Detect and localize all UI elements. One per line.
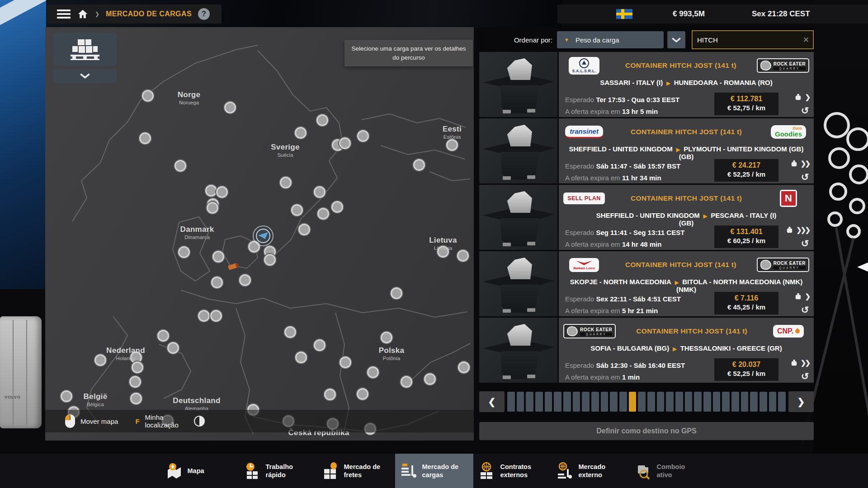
loading-loop-icon: ↻ xyxy=(801,172,809,183)
expected-time: Esperado Sáb 12:30 - Sáb 16:40 EEST xyxy=(565,361,685,369)
next-page-button[interactable]: ❯ xyxy=(788,391,814,412)
page-block[interactable] xyxy=(750,392,758,412)
my-location-key: F xyxy=(135,418,139,425)
cargo-price: € 112.781 xyxy=(714,95,778,103)
page-block[interactable] xyxy=(760,392,767,412)
city-dot xyxy=(357,388,368,400)
page-block[interactable] xyxy=(731,392,739,412)
sender-logo: S.A.L.S.R.L. xyxy=(563,57,605,75)
clear-search-icon[interactable]: ✕ xyxy=(803,35,809,45)
light-ring xyxy=(829,183,847,201)
page-block[interactable] xyxy=(694,392,702,412)
page-block[interactable] xyxy=(601,392,609,412)
city-dot xyxy=(142,90,154,102)
loading-loop-icon: ↻ xyxy=(801,371,809,382)
sort-dropdown[interactable]: ▼ Peso da carga xyxy=(557,31,664,48)
expected-time: Esperado Seg 11:41 - Seg 13:11 CEST xyxy=(565,229,684,236)
receiver-logo: ROCK EATERQUARRY xyxy=(757,58,809,73)
home-icon[interactable] xyxy=(77,8,89,20)
page-block[interactable] xyxy=(535,392,543,412)
game-clock: Sex 21:28 CEST xyxy=(752,5,810,23)
pallet-cargo-icon xyxy=(69,38,101,61)
cargo-weight-icon xyxy=(790,358,798,367)
breadcrumb-arrow-icon: ❯ xyxy=(95,11,99,17)
set-gps-destination-button[interactable]: Definir como destino no GPS xyxy=(479,422,814,440)
city-dot xyxy=(446,139,458,151)
sender-logo: transinet xyxy=(563,126,605,138)
price-per-km: € 52,25 / km xyxy=(714,370,778,377)
page-block[interactable] xyxy=(554,392,561,412)
cargo-offer[interactable]: ROCK EATERQUARRY CONTAINER HITCH JOST (1… xyxy=(479,318,814,383)
page-block[interactable] xyxy=(657,392,665,412)
chevron-down-icon xyxy=(671,38,681,42)
page-block[interactable] xyxy=(703,392,711,412)
cargo-thumbnail xyxy=(479,185,557,250)
price-box: € 131.401 € 60,25 / km xyxy=(714,225,778,248)
page-block[interactable] xyxy=(741,392,749,412)
page-block[interactable] xyxy=(610,392,618,412)
cargo-offer[interactable]: S.A.L.S.R.L. CONTAINER HITCH JOST (141 t… xyxy=(479,52,814,117)
city-dot xyxy=(94,354,106,366)
route-arrow-icon: ▶ xyxy=(673,346,676,352)
nav-item-mercado-externo[interactable]: Mercadoexterno xyxy=(552,454,630,488)
city-dot xyxy=(211,277,223,288)
page-block[interactable] xyxy=(545,392,552,412)
cargo-route: SHEFFIELD - UNITED KINGDOM▶PESCARA - ITA… xyxy=(559,212,814,227)
cargo-offer[interactable]: SELL PLAN CONTAINER HITCH JOST (141 t) N… xyxy=(479,185,814,250)
nav-item-mapa[interactable]: Mapa xyxy=(160,454,239,488)
city-dot xyxy=(207,202,218,214)
page-block[interactable] xyxy=(666,392,674,412)
page-block-active[interactable] xyxy=(629,392,637,412)
nav-item-mercado-de-fretes[interactable]: Mercado defretes xyxy=(317,454,395,488)
city-dot xyxy=(167,342,179,354)
city-dot xyxy=(264,254,276,266)
sort-direction-button[interactable] xyxy=(667,31,685,48)
search-input[interactable] xyxy=(693,36,803,44)
page-block[interactable] xyxy=(685,392,693,412)
page-block[interactable] xyxy=(582,392,590,412)
cargo-overview-button[interactable] xyxy=(53,33,117,66)
page-block[interactable] xyxy=(563,392,571,412)
page-block[interactable] xyxy=(573,392,580,412)
page-block[interactable] xyxy=(507,392,515,412)
page-block[interactable] xyxy=(638,392,646,412)
prev-page-button[interactable]: ❮ xyxy=(479,391,505,412)
offer-expiry: A oferta expira em 11 hr 34 min xyxy=(565,174,661,182)
route-arrow-icon: ▶ xyxy=(666,80,670,86)
nav-item-trabalho-rapido[interactable]: Trabalhorápido xyxy=(239,454,317,488)
cargo-thumbnail xyxy=(479,52,557,117)
nav-label: Mercado defretes xyxy=(344,463,381,479)
cargo-offer[interactable]: Balkan Loco CONTAINER HITCH JOST (141 t)… xyxy=(479,251,814,316)
player-position-marker xyxy=(253,225,274,246)
page-block[interactable] xyxy=(769,392,777,412)
light-ring xyxy=(849,198,865,214)
city-dot xyxy=(61,390,72,402)
city-dot xyxy=(324,389,336,400)
map-hint-tooltip: Selecione uma carga para ver os detalhes… xyxy=(344,40,473,66)
menu-icon[interactable] xyxy=(57,9,71,19)
page-block[interactable] xyxy=(778,392,786,412)
cargo-thumbnail xyxy=(479,118,557,183)
help-button[interactable]: ? xyxy=(198,8,210,20)
page-block[interactable] xyxy=(517,392,524,412)
mercado-de-fretes-icon xyxy=(321,462,340,480)
page-block[interactable] xyxy=(713,392,721,412)
city-dot xyxy=(210,310,222,322)
cargo-offer[interactable]: transinet CONTAINER HITCH JOST (141 t) E… xyxy=(479,118,814,183)
my-location-icon xyxy=(194,416,205,427)
page-block[interactable] xyxy=(591,392,599,412)
map-panel[interactable]: NorgeNoruegaSverigeSuéciaEestiEstôniaDan… xyxy=(45,27,474,441)
page-block[interactable] xyxy=(619,392,627,412)
nav-item-contratos-externos[interactable]: Contratosexternos xyxy=(473,454,552,488)
collapse-map-controls-button[interactable] xyxy=(53,69,117,83)
page-block[interactable] xyxy=(722,392,730,412)
comboio-ativo-icon xyxy=(634,462,652,480)
expected-time: Esperado Ter 17:53 - Qua 0:33 EEST xyxy=(565,96,679,103)
page-block[interactable] xyxy=(675,392,683,412)
nav-item-mercado-de-cargas[interactable]: Mercado decargas xyxy=(395,454,473,488)
city-dot xyxy=(132,361,143,373)
page-block[interactable] xyxy=(647,392,655,412)
page-block[interactable] xyxy=(526,392,533,412)
city-dot xyxy=(295,352,307,363)
receiver-logo: N xyxy=(768,190,809,207)
